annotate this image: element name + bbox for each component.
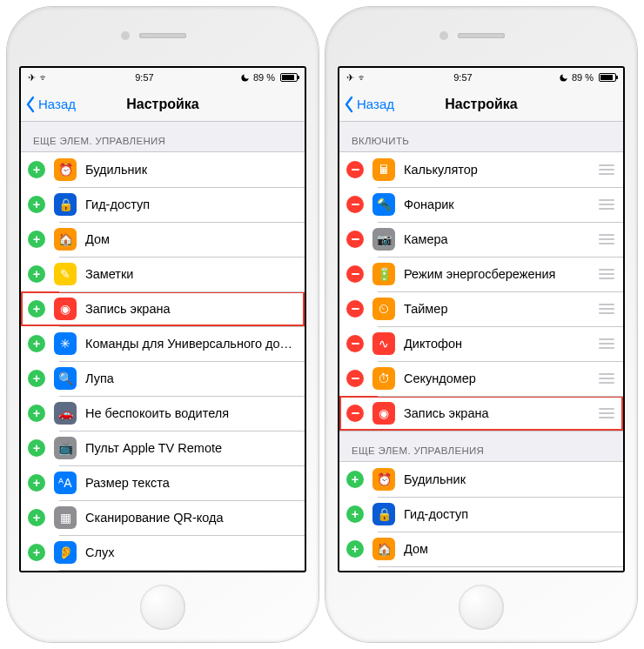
row-label: Будильник	[404, 472, 614, 486]
row-wallet[interactable]: +💳Wallet	[21, 570, 305, 571]
settings-list[interactable]: ВКЛЮЧИТЬ 🖩Калькулятор🔦Фонарик📷Камера🔋Реж…	[339, 122, 623, 571]
add-button[interactable]: +	[28, 509, 45, 526]
section-header-more: ЕЩЕ ЭЛЕМ. УПРАВЛЕНИЯ	[21, 122, 305, 151]
front-camera	[121, 31, 130, 40]
row-hearing[interactable]: +👂Слух	[21, 535, 305, 570]
remove-button[interactable]	[346, 370, 364, 387]
drag-handle-icon[interactable]	[599, 164, 614, 175]
add-button[interactable]: +	[28, 544, 45, 561]
row-label: Гид-доступ	[404, 507, 614, 521]
back-label: Назад	[357, 97, 394, 111]
row-label: Сканирование QR-кода	[85, 511, 296, 525]
battery-icon	[280, 73, 298, 82]
row-home[interactable]: +🏠Дом	[21, 222, 305, 257]
row-screen-recording[interactable]: ◉Запись экрана	[339, 396, 623, 431]
add-button[interactable]: +	[28, 370, 45, 387]
row-apple-tv-remote[interactable]: +📺Пульт Apple TV Remote	[21, 431, 305, 465]
add-button[interactable]: +	[28, 474, 45, 492]
row-label: Калькулятор	[404, 163, 599, 177]
row-dnd-driving[interactable]: +🚗Не беспокоить водителя	[21, 396, 305, 431]
drag-handle-icon[interactable]	[599, 373, 614, 384]
row-label: Диктофон	[404, 337, 599, 351]
add-button[interactable]: +	[28, 439, 45, 457]
nav-bar: Назад Настройка	[21, 87, 305, 122]
add-button[interactable]: +	[346, 540, 364, 558]
row-label: Не беспокоить водителя	[85, 406, 296, 420]
row-label: Дом	[404, 542, 614, 556]
back-button[interactable]: Назад	[24, 96, 76, 113]
add-button[interactable]: +	[28, 231, 45, 248]
add-button[interactable]: +	[28, 405, 45, 422]
row-alarm-clock[interactable]: +⏰Будильник	[21, 152, 305, 187]
wifi-icon: ᯤ	[358, 72, 367, 83]
row-notes[interactable]: +✎Заметки	[21, 257, 305, 291]
remove-button[interactable]	[346, 300, 364, 318]
remove-button[interactable]	[346, 196, 364, 213]
drag-handle-icon[interactable]	[599, 269, 614, 279]
add-button[interactable]: +	[28, 196, 45, 213]
drag-handle-icon[interactable]	[599, 199, 614, 210]
row-magnifier[interactable]: +🔍Лупа	[21, 361, 305, 396]
remove-button[interactable]	[346, 335, 364, 352]
row-flashlight[interactable]: 🔦Фонарик	[339, 187, 623, 222]
stopwatch-icon: ⏱	[372, 367, 395, 390]
chevron-left-icon	[24, 96, 37, 113]
drag-handle-icon[interactable]	[599, 304, 614, 314]
row-label: Режим энергосбережения	[404, 267, 599, 281]
row-timer[interactable]: ⏲Таймер	[339, 291, 623, 326]
voice-memos-icon: ∿	[372, 332, 395, 355]
row-label: Запись экрана	[85, 302, 296, 316]
row-low-power[interactable]: 🔋Режим энергосбережения	[339, 257, 623, 291]
row-guided-access[interactable]: +🔒Гид-доступ	[339, 497, 623, 532]
row-label: Размер текста	[85, 476, 296, 490]
screen-recording-icon: ◉	[372, 402, 395, 425]
add-button[interactable]: +	[346, 471, 364, 488]
add-button[interactable]: +	[28, 161, 45, 178]
row-voice-memos[interactable]: ∿Диктофон	[339, 326, 623, 361]
row-alarm-clock[interactable]: +⏰Будильник	[339, 462, 623, 497]
home-button[interactable]	[459, 585, 504, 630]
drag-handle-icon[interactable]	[599, 408, 614, 418]
section-header-include: ВКЛЮЧИТЬ	[339, 122, 623, 151]
add-button[interactable]: +	[346, 505, 364, 523]
speaker-grille	[458, 33, 505, 38]
home-icon: 🏠	[54, 228, 77, 251]
qr-scan-icon: ▦	[54, 506, 77, 529]
alarm-clock-icon: ⏰	[54, 158, 77, 181]
settings-list[interactable]: ЕЩЕ ЭЛЕМ. УПРАВЛЕНИЯ +⏰Будильник+🔒Гид-до…	[21, 122, 305, 571]
drag-handle-icon[interactable]	[599, 338, 614, 349]
status-clock: 9:57	[135, 72, 153, 83]
add-button[interactable]: +	[28, 300, 45, 318]
low-power-icon: 🔋	[372, 263, 395, 285]
row-guided-access[interactable]: +🔒Гид-доступ	[21, 187, 305, 222]
row-label: Команды для Универсального дост…	[85, 337, 296, 351]
battery-percent: 89 %	[253, 72, 275, 83]
row-label: Секундомер	[404, 371, 599, 385]
magnifier-icon: 🔍	[54, 367, 77, 390]
status-bar: ✈ ᯤ 9:57 89 %	[339, 68, 623, 87]
add-button[interactable]: +	[28, 265, 45, 283]
remove-button[interactable]	[346, 405, 364, 422]
remove-button[interactable]	[346, 265, 364, 283]
camera-icon: 📷	[372, 228, 395, 251]
phone-right: ✈ ᯤ 9:57 89 % Назад Настройка ВКЛЮЧИТЬ 🖩…	[325, 7, 637, 642]
calculator-icon: 🖩	[372, 158, 395, 181]
row-stopwatch[interactable]: ⏱Секундомер	[339, 361, 623, 396]
row-camera[interactable]: 📷Камера	[339, 222, 623, 257]
row-text-size[interactable]: +ᴬAРазмер текста	[21, 465, 305, 500]
add-button[interactable]: +	[28, 335, 45, 352]
row-qr-scan[interactable]: +▦Сканирование QR-кода	[21, 500, 305, 535]
row-home[interactable]: +🏠Дом	[339, 532, 623, 566]
row-notes[interactable]: +✎Заметки	[339, 566, 623, 571]
remove-button[interactable]	[346, 161, 364, 178]
row-calculator[interactable]: 🖩Калькулятор	[339, 152, 623, 187]
drag-handle-icon[interactable]	[599, 234, 614, 244]
row-screen-recording[interactable]: +◉Запись экрана	[21, 291, 305, 326]
remove-button[interactable]	[346, 231, 364, 248]
guided-access-icon: 🔒	[54, 193, 77, 216]
dnd-moon-icon	[240, 73, 250, 83]
row-accessibility-shortcuts[interactable]: +✳Команды для Универсального дост…	[21, 326, 305, 361]
airplane-icon: ✈	[346, 72, 354, 84]
home-button[interactable]	[140, 585, 185, 630]
back-button[interactable]: Назад	[343, 96, 394, 113]
